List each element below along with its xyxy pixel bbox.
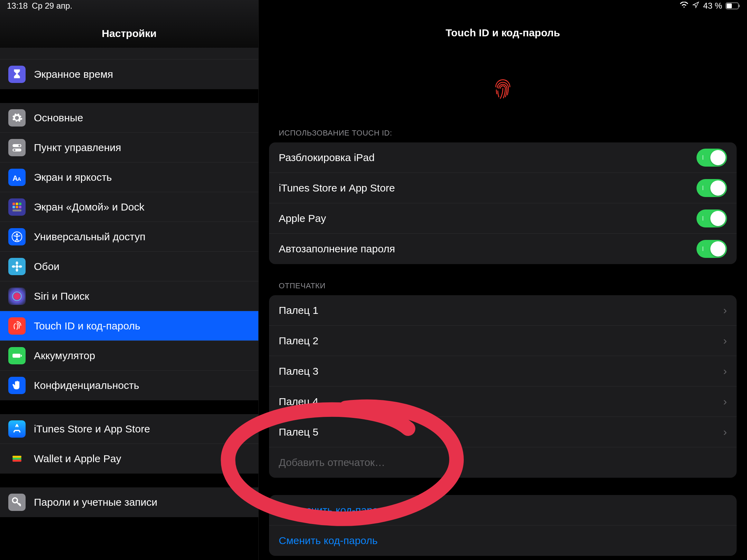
sidebar-item-general[interactable]: Основные <box>0 103 258 133</box>
svg-rect-2 <box>739 4 740 7</box>
fingerprint-row[interactable]: Палец 1 › <box>269 295 737 326</box>
list-row-label: Палец 5 <box>279 426 319 438</box>
usage-row-unlock[interactable]: Разблокировка iPad <box>269 142 737 173</box>
sidebar-item-wallet[interactable]: Wallet и Apple Pay <box>0 444 258 474</box>
sidebar-item-label: Экранное время <box>34 68 113 80</box>
siri-icon <box>8 288 26 305</box>
sidebar-item-screen-time[interactable]: Экранное время <box>0 59 258 89</box>
svg-rect-13 <box>16 206 18 208</box>
svg-point-23 <box>12 292 21 301</box>
usage-row-applepay[interactable]: Apple Pay <box>269 203 737 234</box>
change-passcode-row[interactable]: Сменить код-пароль <box>269 525 737 556</box>
svg-point-21 <box>12 265 15 268</box>
fingerprint-icon <box>8 317 26 335</box>
svg-rect-27 <box>12 456 21 458</box>
chevron-right-icon: › <box>723 365 727 377</box>
svg-point-20 <box>16 268 18 271</box>
sidebar-item-label: Основные <box>34 112 83 124</box>
svg-rect-12 <box>12 206 15 208</box>
svg-rect-1 <box>727 3 732 8</box>
status-right: 43 % <box>680 1 740 11</box>
chevron-right-icon: › <box>723 395 727 408</box>
list-row-label: Сменить код-пароль <box>279 535 378 547</box>
list-row-label: Палец 1 <box>279 305 319 316</box>
svg-rect-15 <box>12 209 21 212</box>
appstore-icon <box>8 420 26 438</box>
sidebar-item-wallpaper[interactable]: Обои <box>0 252 258 281</box>
toggle-switch[interactable] <box>697 240 727 258</box>
status-bar: 13:18 Ср 29 апр. 43 % <box>0 0 747 12</box>
detail-pane[interactable]: Touch ID и код-пароль ИСПОЛЬЗОВАНИЕ TOUC… <box>259 0 747 560</box>
usage-list: Разблокировка iPad iTunes Store и App St… <box>269 142 737 264</box>
fingerprints-list: Палец 1 › Палец 2 › Палец 3 › Палец 4 › … <box>269 295 737 478</box>
chevron-right-icon: › <box>723 304 727 317</box>
hourglass-icon <box>8 66 26 83</box>
status-left: 13:18 Ср 29 апр. <box>7 1 72 11</box>
sidebar-item-label: Универсальный доступ <box>34 231 146 243</box>
status-date: Ср 29 апр. <box>32 1 72 11</box>
fingerprint-row[interactable]: Палец 3 › <box>269 356 737 386</box>
sidebar-item-label: Touch ID и код-пароль <box>34 320 140 332</box>
status-time: 13:18 <box>7 1 28 11</box>
usage-row-autofill[interactable]: Автозаполнение пароля <box>269 234 737 264</box>
svg-rect-25 <box>12 354 20 357</box>
sidebar-item-label: Пароли и учетные записи <box>34 496 157 508</box>
usage-row-itunes[interactable]: iTunes Store и App Store <box>269 173 737 203</box>
chevron-right-icon: › <box>723 426 727 438</box>
fingerprint-row[interactable]: Палец 5 › <box>269 417 737 447</box>
sidebar-item-passwords[interactable]: Пароли и учетные записи <box>0 487 258 517</box>
battery-text: 43 % <box>703 1 722 11</box>
svg-point-22 <box>19 265 22 268</box>
list-row-label: Палец 4 <box>279 396 319 408</box>
fingerprint-hero-icon <box>259 46 747 129</box>
list-row-label: Палец 3 <box>279 365 319 377</box>
svg-point-24 <box>15 293 19 298</box>
sidebar-item-control-center[interactable]: Пункт управления <box>0 133 258 162</box>
svg-point-18 <box>16 265 19 268</box>
sidebar-item-touchid[interactable]: Touch ID и код-пароль <box>0 311 258 341</box>
fingerprints-section-header: ОТПЕЧАТКИ <box>269 281 737 295</box>
sidebar-item-home-dock[interactable]: Экран «Домой» и Dock <box>0 192 258 222</box>
sidebar[interactable]: Настройки Экранное время Основные <box>0 0 259 560</box>
sidebar-item-prev-partial[interactable] <box>0 48 258 59</box>
chevron-right-icon: › <box>723 334 727 347</box>
sidebar-item-siri[interactable]: Siri и Поиск <box>0 281 258 311</box>
list-row-label: Apple Pay <box>279 213 326 224</box>
accessibility-icon <box>8 228 26 245</box>
toggle-switch[interactable] <box>697 209 727 227</box>
sidebar-item-privacy[interactable]: Конфиденциальность <box>0 371 258 400</box>
sidebar-item-label: iTunes Store и App Store <box>34 423 150 435</box>
sidebar-item-label: Экран «Домой» и Dock <box>34 201 145 213</box>
list-row-label: Разблокировка iPad <box>279 152 375 164</box>
key-icon <box>8 494 26 511</box>
svg-rect-14 <box>19 206 21 208</box>
sidebar-item-label: Конфиденциальность <box>34 380 139 391</box>
gear-icon <box>8 109 26 127</box>
svg-text:A: A <box>17 176 21 181</box>
svg-point-17 <box>16 233 18 235</box>
sidebar-item-label: Обои <box>34 261 59 272</box>
sidebar-item-label: Экран и яркость <box>34 171 112 183</box>
list-row-label: iTunes Store и App Store <box>279 182 395 194</box>
sidebar-item-label: Wallet и Apple Pay <box>34 453 121 465</box>
toggle-switch[interactable] <box>697 149 727 167</box>
sidebar-item-display[interactable]: AA Экран и яркость <box>0 162 258 192</box>
fingerprint-row[interactable]: Палец 4 › <box>269 386 737 417</box>
add-fingerprint-row: Добавить отпечаток… <box>269 447 737 478</box>
sidebar-item-label: Аккумулятор <box>34 350 95 362</box>
battery-icon <box>726 2 740 9</box>
sidebar-item-appstore[interactable]: iTunes Store и App Store <box>0 414 258 444</box>
sidebar-item-battery[interactable]: Аккумулятор <box>0 341 258 371</box>
grid-icon <box>8 198 26 216</box>
svg-point-4 <box>18 144 20 147</box>
svg-rect-26 <box>21 355 22 357</box>
sidebar-item-accessibility[interactable]: Универсальный доступ <box>0 222 258 252</box>
wifi-icon <box>680 1 689 11</box>
svg-point-6 <box>13 149 16 151</box>
fingerprint-row[interactable]: Палец 2 › <box>269 326 737 356</box>
svg-rect-9 <box>12 203 15 205</box>
svg-rect-28 <box>12 458 21 460</box>
flower-icon <box>8 258 26 275</box>
toggle-switch[interactable] <box>697 179 727 197</box>
turn-off-passcode-row[interactable]: Выключить код-пароль <box>269 495 737 525</box>
